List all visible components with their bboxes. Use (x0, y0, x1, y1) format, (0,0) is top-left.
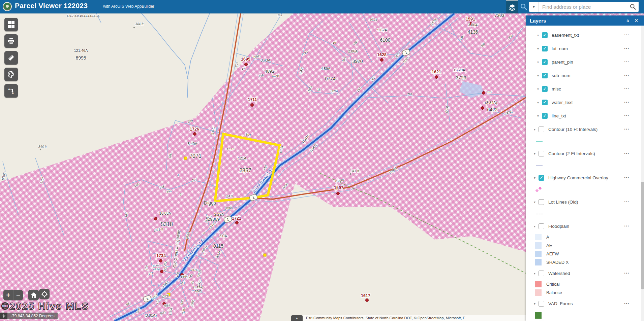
layer-menu-button[interactable]: ••• (624, 74, 641, 77)
layer-expand-arrow-icon[interactable]: ▾ (537, 47, 542, 50)
parcel-point-marker[interactable] (236, 221, 239, 224)
layer-expand-arrow-icon[interactable]: ▾ (534, 152, 539, 155)
layer-menu-button[interactable]: ••• (624, 114, 641, 117)
layer-menu-button[interactable]: ••• (624, 128, 641, 131)
layer-row-VAD_Farms[interactable]: ▾VAD_Farms••• (526, 297, 641, 310)
map-label: 7071 (189, 153, 202, 159)
map-label: 4892 (265, 69, 275, 74)
parcel-point-marker[interactable] (154, 217, 157, 220)
home-button[interactable] (28, 290, 39, 300)
zoom-out-button[interactable]: − (13, 290, 23, 300)
map-label: 29369 (208, 217, 220, 222)
map-label: 371 ft (154, 227, 164, 232)
layer-checkbox[interactable] (539, 223, 544, 229)
layer-checkbox[interactable] (539, 271, 544, 276)
map-label: 3920 (352, 59, 363, 64)
layer-row-Lot Lines (Old)[interactable]: ▾Lot Lines (Old)••• (526, 195, 641, 209)
parcel-point-marker[interactable] (193, 133, 196, 136)
parcel-point-marker[interactable] (337, 192, 340, 195)
layer-row-Watershed[interactable]: ▾Watershed••• (526, 266, 641, 280)
attribution-text: Esri Community Maps Contributors, State … (303, 315, 527, 321)
parcel-point-marker[interactable] (159, 259, 162, 262)
panel-scrollbar-thumb[interactable] (641, 182, 644, 289)
layers-widget-button[interactable] (506, 0, 518, 13)
layer-expand-arrow-icon[interactable]: ▾ (537, 74, 542, 77)
search-button[interactable] (627, 2, 639, 12)
layer-expand-arrow-icon[interactable]: ▾ (534, 224, 539, 228)
zoom-in-button[interactable]: + (3, 290, 13, 300)
layer-checkbox[interactable]: ✓ (542, 46, 548, 51)
parcel-point-marker[interactable] (380, 59, 384, 62)
layer-expand-arrow-icon[interactable]: ▾ (534, 302, 539, 306)
map-label: 763 (487, 91, 492, 94)
draw-button[interactable] (4, 68, 18, 81)
layer-expand-arrow-icon[interactable]: ▾ (534, 128, 539, 131)
layer-menu-button[interactable]: ••• (624, 302, 641, 305)
layer-row-easement_txt[interactable]: ▾✓easement_txt••• (526, 28, 641, 42)
layer-expand-arrow-icon[interactable]: ▾ (537, 114, 542, 118)
coordinate-crosshair-icon[interactable] (0, 313, 7, 319)
search-source-dropdown[interactable]: ▾ (529, 2, 539, 12)
search-input[interactable] (539, 2, 627, 12)
layer-checkbox[interactable] (539, 199, 544, 205)
collapse-panel-button[interactable]: « (624, 18, 633, 24)
layer-menu-button[interactable]: ••• (624, 33, 641, 37)
layer-expand-arrow-icon[interactable]: ▾ (537, 101, 542, 104)
layer-expand-arrow-icon[interactable]: ▾ (534, 176, 539, 180)
layer-checkbox[interactable] (539, 127, 544, 132)
layer-row-Contour (2 Ft Intervals)[interactable]: ▾Contour (2 Ft Intervals)••• (526, 147, 641, 160)
layer-checkbox[interactable]: ✓ (542, 73, 548, 78)
layer-row-Floodplain[interactable]: ▾Floodplain••• (526, 219, 641, 233)
locate-button[interactable] (39, 289, 50, 299)
parcel-point-marker[interactable] (481, 107, 484, 110)
basemap-gallery-button[interactable] (4, 18, 18, 31)
layer-expand-arrow-icon[interactable]: ▾ (537, 87, 542, 91)
layer-checkbox[interactable]: ✓ (542, 113, 548, 119)
layer-expand-arrow-icon[interactable]: ▾ (537, 60, 542, 64)
directions-button[interactable]: A B (4, 84, 18, 98)
print-button[interactable] (4, 34, 18, 48)
map-parcel-id-label: 1734 (156, 253, 166, 258)
layer-menu-button[interactable]: ••• (624, 47, 641, 50)
layer-row-line_txt[interactable]: ▾✓line_txt••• (526, 109, 641, 122)
layer-expand-arrow-icon[interactable]: ▾ (534, 200, 539, 204)
layer-menu-button[interactable]: ••• (624, 224, 641, 228)
layer-checkbox[interactable]: ✓ (542, 59, 548, 65)
close-panel-button[interactable]: ✕ (633, 18, 640, 23)
parcel-point-marker[interactable] (482, 92, 485, 95)
layer-menu-button[interactable]: ••• (624, 101, 641, 104)
layer-menu-button[interactable]: ••• (624, 200, 641, 204)
layer-checkbox[interactable]: ✓ (542, 100, 548, 105)
layer-row-Contour (10 Ft Intervals)[interactable]: ▾Contour (10 Ft Intervals)••• (526, 122, 641, 136)
layer-row-Highway Commercial Overlay[interactable]: ▾✓Highway Commercial Overlay••• (526, 171, 641, 184)
parcel-point-marker[interactable] (245, 63, 248, 66)
layer-row-sub_num[interactable]: ▾✓sub_num••• (526, 69, 641, 82)
map-label: 5.62A (377, 28, 387, 32)
layer-expand-arrow-icon[interactable]: ▾ (534, 272, 539, 275)
layer-row-parent_pin[interactable]: ▾✓parent_pin••• (526, 55, 641, 69)
measure-button[interactable] (4, 51, 18, 65)
layer-checkbox[interactable] (539, 151, 544, 156)
layer-menu-button[interactable]: ••• (624, 272, 641, 275)
layer-row-misc[interactable]: ▾✓misc••• (526, 82, 641, 96)
map-label: (1630) (429, 17, 438, 26)
parcel-point-marker[interactable] (435, 76, 438, 79)
map-label: 6995 (75, 55, 86, 61)
parcel-point-marker[interactable] (251, 104, 254, 107)
search-widget-button[interactable] (519, 0, 528, 13)
attribution-expander[interactable]: ▲ (291, 315, 303, 321)
layer-label: parent_pin (552, 60, 624, 65)
panel-scrollbar[interactable] (641, 26, 644, 321)
layer-checkbox[interactable] (539, 301, 544, 307)
parcel-point-marker[interactable] (366, 299, 369, 302)
layer-row-water_text[interactable]: ▾✓water_text••• (526, 96, 641, 109)
layer-row-lot_num[interactable]: ▾✓lot_num••• (526, 42, 641, 55)
layer-checkbox[interactable]: ✓ (542, 32, 548, 38)
layer-menu-button[interactable]: ••• (624, 60, 641, 64)
layer-checkbox[interactable]: ✓ (539, 175, 544, 181)
layer-menu-button[interactable]: ••• (624, 87, 641, 91)
layer-menu-button[interactable]: ••• (624, 152, 641, 155)
layer-expand-arrow-icon[interactable]: ▾ (537, 33, 542, 37)
layer-checkbox[interactable]: ✓ (542, 86, 548, 92)
layer-menu-button[interactable]: ••• (624, 176, 641, 179)
